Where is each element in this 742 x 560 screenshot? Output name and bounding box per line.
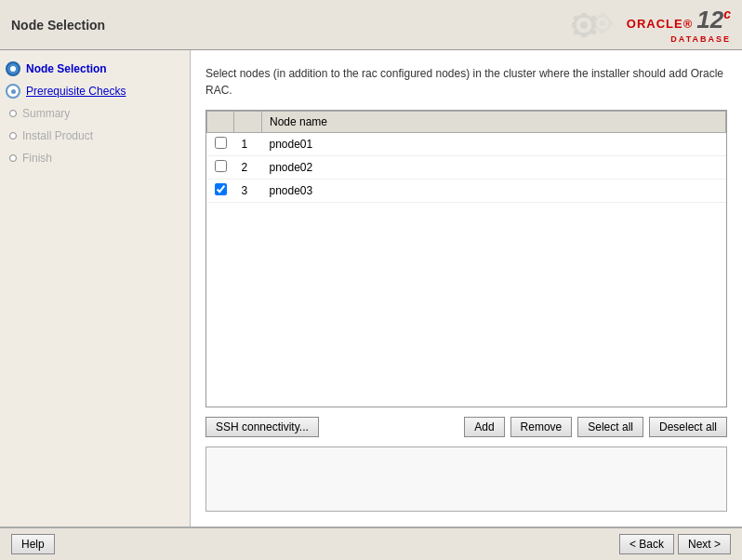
buttons-row: SSH connectivity... Add Remove Select al… bbox=[205, 417, 727, 437]
svg-rect-3 bbox=[581, 33, 587, 37]
gear-icon bbox=[565, 8, 621, 42]
sidebar-item-finish: Finish bbox=[0, 147, 190, 169]
description-text: Select nodes (in addition to the rac con… bbox=[205, 65, 727, 99]
table-row[interactable]: 1pnode01 bbox=[207, 133, 726, 156]
title-bar: Node Selection bbox=[0, 0, 742, 50]
node-number: 1 bbox=[234, 133, 262, 156]
oracle-text: ORACLE® bbox=[627, 17, 693, 31]
node-number: 2 bbox=[234, 156, 262, 180]
svg-rect-15 bbox=[609, 20, 613, 25]
version-text: 12c bbox=[696, 6, 731, 34]
svg-rect-2 bbox=[581, 13, 587, 18]
oracle-logo: ORACLE® 12c DATABASE bbox=[565, 6, 731, 44]
node-checkbox-cell[interactable] bbox=[207, 133, 234, 156]
node-name: pnode01 bbox=[262, 133, 726, 156]
sidebar-item-summary: Summary bbox=[0, 102, 190, 125]
node-table: Node name 1pnode012pnode023pnode03 bbox=[206, 111, 726, 203]
nav-buttons: < Back Next > bbox=[619, 534, 731, 554]
ssh-connectivity-button[interactable]: SSH connectivity... bbox=[205, 417, 319, 437]
deselect-all-button[interactable]: Deselect all bbox=[649, 417, 727, 437]
step-indicator-node-selection bbox=[6, 61, 20, 76]
help-button[interactable]: Help bbox=[11, 534, 55, 554]
select-all-button[interactable]: Select all bbox=[577, 417, 643, 437]
remove-button[interactable]: Remove bbox=[510, 417, 573, 437]
table-row[interactable]: 3pnode03 bbox=[207, 180, 726, 203]
step-indicator-summary bbox=[9, 110, 17, 117]
sidebar: Node Selection Prerequisite Checks Summa… bbox=[0, 50, 191, 527]
sidebar-item-prerequisite-checks[interactable]: Prerequisite Checks bbox=[0, 80, 190, 102]
step-indicator-install-product bbox=[9, 132, 17, 140]
node-checkbox[interactable] bbox=[215, 183, 227, 195]
svg-rect-13 bbox=[600, 30, 604, 33]
svg-rect-12 bbox=[600, 13, 604, 17]
oracle-brand: ORACLE® 12c DATABASE bbox=[627, 6, 731, 44]
sidebar-label-install-product: Install Product bbox=[22, 129, 93, 142]
table-row[interactable]: 2pnode02 bbox=[207, 156, 726, 180]
sidebar-label-node-selection: Node Selection bbox=[26, 62, 107, 75]
node-table-container: Node name 1pnode012pnode023pnode03 bbox=[205, 110, 727, 407]
step-indicator-finish bbox=[9, 154, 17, 162]
svg-rect-8 bbox=[573, 28, 579, 34]
step-indicator-prerequisite-checks bbox=[6, 84, 20, 99]
bottom-bar: Help < Back Next > bbox=[0, 527, 742, 560]
node-checkbox-cell[interactable] bbox=[207, 180, 234, 203]
node-checkbox[interactable] bbox=[215, 137, 227, 149]
database-text: DATABASE bbox=[670, 34, 731, 44]
info-box bbox=[205, 447, 727, 512]
add-button[interactable]: Add bbox=[464, 417, 504, 437]
svg-rect-14 bbox=[592, 20, 596, 25]
svg-point-1 bbox=[580, 21, 588, 29]
sidebar-label-summary: Summary bbox=[22, 107, 70, 120]
col-header-num bbox=[234, 112, 262, 133]
svg-rect-4 bbox=[572, 22, 576, 28]
col-header-check bbox=[207, 112, 234, 133]
svg-point-11 bbox=[600, 20, 605, 26]
svg-rect-6 bbox=[573, 14, 579, 20]
content-area: Select nodes (in addition to the rac con… bbox=[191, 50, 742, 527]
next-button[interactable]: Next > bbox=[678, 534, 731, 554]
node-name: pnode03 bbox=[262, 180, 726, 203]
node-checkbox[interactable] bbox=[215, 160, 227, 172]
page-title: Node Selection bbox=[11, 18, 105, 33]
main-content: Node Selection Prerequisite Checks Summa… bbox=[0, 50, 742, 527]
node-number: 3 bbox=[234, 180, 262, 203]
sidebar-item-install-product: Install Product bbox=[0, 125, 190, 147]
gear-area bbox=[565, 8, 621, 42]
sidebar-label-finish: Finish bbox=[22, 152, 52, 165]
col-header-name: Node name bbox=[262, 112, 726, 133]
sidebar-item-node-selection[interactable]: Node Selection bbox=[0, 58, 190, 80]
node-name: pnode02 bbox=[262, 156, 726, 180]
sidebar-label-prerequisite-checks: Prerequisite Checks bbox=[26, 85, 126, 98]
back-button[interactable]: < Back bbox=[619, 534, 674, 554]
node-checkbox-cell[interactable] bbox=[207, 156, 234, 180]
